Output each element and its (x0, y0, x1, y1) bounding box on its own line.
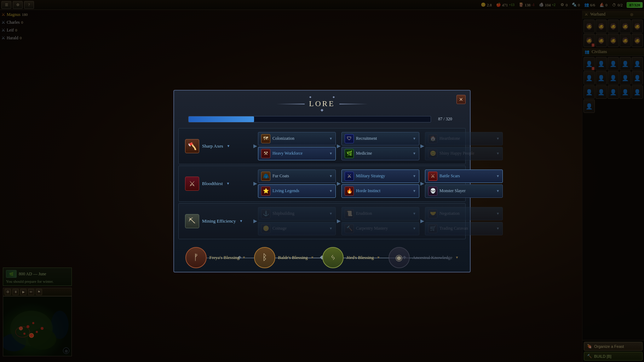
monster-slayer-skill[interactable]: 💀 Monster Slayer ▼ (425, 184, 503, 198)
ancestral-blessing-button[interactable]: ◉ (389, 247, 410, 268)
sharp-axes-label: Sharp Axes (202, 143, 223, 149)
fur-coats-label: Fur Coats (272, 173, 327, 179)
colonization-icon: 🗺 (261, 134, 270, 143)
baldr-label: Baldr's Blessing (278, 255, 308, 260)
shiny-happy-arrow: ▼ (496, 151, 500, 155)
medicine-arrow: ▼ (413, 151, 416, 155)
negotiation-skill[interactable]: 🤝 Negotiation ▼ (425, 207, 503, 220)
row2-col3: ⚔ Battle Scars ▼ 💀 Monster Slayer ▼ (425, 169, 503, 198)
jord-arrow: ▼ (377, 255, 380, 259)
xp-bar-container (188, 116, 431, 122)
trading-caravan-skill[interactable]: 🛒 Trading Caravan ▼ (425, 222, 503, 235)
military-strategy-label: Military Strategy (356, 173, 410, 179)
carpentry-icon: 🔨 (345, 224, 354, 233)
row3-col2-connector: ▶ (419, 218, 425, 224)
baldr-blessing-wrapper: ᛒ Baldr's Blessing ▼ (254, 247, 314, 268)
recruitment-label: Recruitment (356, 136, 410, 141)
erudition-icon: 📜 (345, 209, 354, 218)
jord-label: Jörd's Blessing (346, 255, 374, 260)
hearthstone-skill[interactable]: 🏠 Hearthstone ▼ (425, 132, 503, 145)
hearthstone-label: Hearthstone (439, 136, 494, 141)
shipbuilding-skill[interactable]: ⚓ Shipbuilding ▼ (258, 207, 336, 220)
erudition-arrow: ▼ (413, 212, 416, 216)
freya-label: Freya's Blessing (209, 255, 240, 260)
modal-title: LORE (309, 99, 335, 108)
negotiation-arrow: ▼ (496, 212, 500, 216)
hearthstone-arrow: ▼ (496, 137, 500, 140)
coinage-skill[interactable]: 🪙 Coinage ▼ (258, 222, 336, 235)
close-button[interactable]: ✕ (456, 95, 466, 104)
primary-mining[interactable]: ⛏ Mining Efficiency ▼ (182, 212, 252, 230)
row1-col1: 🗺 Colonization ▼ ⚒ Heavy Workforce ▼ (258, 132, 336, 160)
mining-icon: ⛏ (185, 214, 199, 228)
carpentry-mastery-skill[interactable]: 🔨 Carpentry Mastery ▼ (341, 222, 419, 235)
lore-row-2: ⚔ Bloodthirst ▼ ▶ 🧥 Fur Coats ▼ ⭐ Living… (178, 166, 466, 202)
row3-connector: ▶ (252, 218, 258, 224)
title-decoration: LORE (181, 96, 463, 112)
medicine-skill[interactable]: 🌿 Medicine ▼ (341, 147, 419, 160)
living-legends-skill[interactable]: ⭐ Living Legends ▼ (258, 184, 336, 198)
row2-col1-connector: ▶ (336, 180, 341, 186)
row1-col3: 🏠 Hearthstone ▼ 😊 Shiny Happy People ▼ (425, 132, 503, 160)
military-strategy-arrow: ▼ (413, 174, 416, 178)
sharp-axes-arrow: ▼ (227, 144, 230, 148)
hearthstone-icon: 🏠 (428, 134, 437, 143)
medicine-label: Medicine (356, 151, 410, 156)
trading-caravan-label: Trading Caravan (439, 226, 494, 231)
monster-slayer-label: Monster Slayer (439, 188, 494, 194)
carpentry-arrow: ▼ (413, 226, 416, 230)
colonization-skill[interactable]: 🗺 Colonization ▼ (258, 132, 336, 145)
battle-scars-icon: ⚔ (428, 172, 437, 181)
title-deco-bottom (321, 109, 323, 112)
freya-blessing-button[interactable]: ᚠ (185, 247, 207, 268)
colonization-arrow: ▼ (329, 137, 333, 140)
primary-bloodthirst[interactable]: ⚔ Bloodthirst ▼ (182, 174, 252, 193)
shiny-happy-label: Shiny Happy People (439, 151, 494, 156)
lore-modal: LORE ✕ 87 / 320 🪓 Sharp Axes ▼ (173, 90, 471, 272)
jord-blessing-wrapper: ᛃ Jörd's Blessing ▼ (322, 247, 380, 268)
title-deco-right (333, 96, 335, 98)
row1-col2: 🛡 Recruitment ▼ 🌿 Medicine ▼ (341, 132, 419, 160)
shipbuilding-arrow: ▼ (329, 212, 333, 216)
horde-instinct-skill[interactable]: 🔥 Horde Instinct ▼ (341, 184, 419, 198)
sharp-axes-icon: 🪓 (185, 139, 199, 153)
horde-instinct-icon: 🔥 (345, 186, 354, 196)
xp-progress-area: 87 / 320 (174, 115, 470, 127)
battle-scars-label: Battle Scars (439, 173, 494, 179)
shiny-happy-people-skill[interactable]: 😊 Shiny Happy People ▼ (425, 147, 503, 160)
row1-connector: ▶ (252, 143, 258, 149)
primary-sharp-axes[interactable]: 🪓 Sharp Axes ▼ (182, 137, 252, 155)
lore-row-3: ⛏ Mining Efficiency ▼ ▶ ⚓ Shipbuilding ▼… (178, 203, 466, 239)
baldr-blessing-button[interactable]: ᛒ (254, 247, 275, 268)
row3-col1: ⚓ Shipbuilding ▼ 🪙 Coinage ▼ (258, 207, 336, 235)
ancestral-blessing-wrapper: ◉ Ancestral Knowledge ▼ (389, 247, 459, 268)
monster-slayer-icon: 💀 (428, 186, 437, 196)
medicine-icon: 🌿 (345, 149, 354, 158)
military-strategy-skill[interactable]: ⚔ Military Strategy ▼ (341, 169, 419, 183)
shiny-happy-icon: 😊 (428, 149, 437, 158)
horde-instinct-arrow: ▼ (413, 189, 416, 193)
coinage-icon: 🪙 (261, 224, 270, 233)
ancestral-arrow: ▼ (455, 255, 459, 259)
heavy-workforce-skill[interactable]: ⚒ Heavy Workforce ▼ (258, 147, 336, 160)
erudition-skill[interactable]: 📜 Erudition ▼ (341, 207, 419, 220)
erudition-label: Erudition (356, 211, 410, 216)
heavy-workforce-arrow: ▼ (329, 151, 333, 155)
battle-scars-arrow: ▼ (496, 174, 500, 178)
xp-bar-fill (189, 116, 254, 122)
blessing-row: ᚠ Freya's Blessing ▼ ᛒ Baldr's Blessing … (174, 243, 470, 272)
jord-blessing-button[interactable]: ᛃ (322, 247, 344, 268)
deco-right (339, 104, 368, 104)
lore-row-1: 🪓 Sharp Axes ▼ ▶ 🗺 Colonization ▼ ⚒ Heav… (178, 128, 466, 164)
trading-caravan-arrow: ▼ (496, 226, 500, 230)
fur-coats-skill[interactable]: 🧥 Fur Coats ▼ (258, 169, 336, 183)
row3-col1-connector: ▶ (336, 218, 341, 224)
recruitment-skill[interactable]: 🛡 Recruitment ▼ (341, 132, 419, 145)
modal-overlay: LORE ✕ 87 / 320 🪓 Sharp Axes ▼ (0, 0, 644, 362)
battle-scars-skill[interactable]: ⚔ Battle Scars ▼ (425, 169, 503, 183)
recruitment-icon: 🛡 (345, 134, 354, 143)
row2-col2-connector: ▶ (419, 180, 425, 186)
negotiation-icon: 🤝 (428, 209, 437, 218)
heavy-workforce-icon: ⚒ (261, 149, 270, 158)
xp-label: 87 / 320 (435, 116, 456, 122)
